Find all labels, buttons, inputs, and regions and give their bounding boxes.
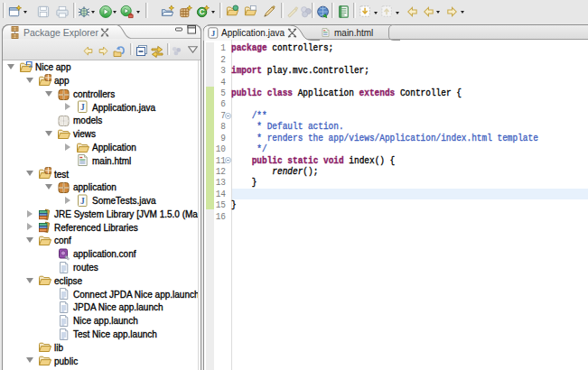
svg-text:J: J [80, 197, 85, 206]
svg-text:C: C [200, 7, 205, 16]
svg-text:J: J [80, 103, 85, 112]
svg-text:J: J [211, 29, 216, 38]
